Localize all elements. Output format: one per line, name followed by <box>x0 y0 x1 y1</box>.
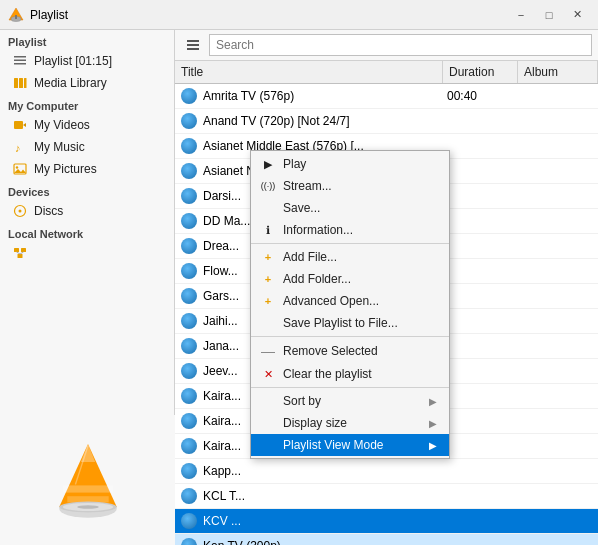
pictures-icon <box>12 161 28 177</box>
row-globe-icon <box>179 461 199 481</box>
ctx-clear-playlist[interactable]: ✕ Clear the playlist <box>251 363 449 385</box>
row-title: Amrita TV (576p) <box>199 89 443 103</box>
sidebar-my-videos-label: My Videos <box>34 118 90 132</box>
sidebar-item-playlist[interactable]: Playlist [01:15] <box>0 50 174 72</box>
app-icon <box>8 7 24 23</box>
ctx-save-playlist[interactable]: Save Playlist to File... <box>251 312 449 334</box>
svg-point-16 <box>19 210 22 213</box>
row-title: Kapp... <box>199 464 443 478</box>
sidebar-section-mycomputer: My Computer <box>0 94 174 114</box>
row-duration: 00:40 <box>443 89 518 103</box>
row-globe-icon <box>179 161 199 181</box>
maximize-button[interactable]: □ <box>536 5 562 25</box>
sidebar-item-discs[interactable]: Discs <box>0 200 174 222</box>
sidebar-item-media-library[interactable]: Media Library <box>0 72 174 94</box>
svg-text:♪: ♪ <box>15 142 21 154</box>
ctx-information[interactable]: ℹ Information... <box>251 219 449 241</box>
sidebar-playlist-label: Playlist [01:15] <box>34 54 112 68</box>
row-title: KCV ... <box>199 514 443 528</box>
context-menu: ▶ Play ((·)) Stream... Save... ℹ Informa… <box>250 150 450 459</box>
row-globe-icon <box>179 236 199 256</box>
svg-rect-4 <box>14 60 26 62</box>
sidebar-item-my-videos[interactable]: My Videos <box>0 114 174 136</box>
table-row[interactable]: KCV ... <box>175 509 598 534</box>
column-duration[interactable]: Duration <box>443 61 518 83</box>
submenu-arrow: ▶ <box>429 440 437 451</box>
ctx-stream[interactable]: ((·)) Stream... <box>251 175 449 197</box>
svg-rect-33 <box>187 48 199 50</box>
sidebar-discs-label: Discs <box>34 204 63 218</box>
sidebar-my-music-label: My Music <box>34 140 85 154</box>
sidebar-item-local-network[interactable] <box>0 242 174 264</box>
info-icon: ℹ <box>259 224 277 237</box>
svg-marker-14 <box>14 169 26 173</box>
row-globe-icon <box>179 336 199 356</box>
ctx-sort-by-label: Sort by <box>283 394 429 408</box>
list-icon <box>12 53 28 69</box>
svg-point-13 <box>16 166 18 168</box>
ctx-add-file[interactable]: + Add File... <box>251 246 449 268</box>
ctx-separator-3 <box>251 387 449 388</box>
sidebar-item-my-music[interactable]: ♪ My Music <box>0 136 174 158</box>
ctx-play[interactable]: ▶ Play <box>251 153 449 175</box>
svg-line-20 <box>17 252 21 254</box>
close-button[interactable]: ✕ <box>564 5 590 25</box>
ctx-info-label: Information... <box>283 223 437 237</box>
svg-rect-19 <box>18 254 23 258</box>
svg-rect-17 <box>14 248 19 252</box>
ctx-stream-label: Stream... <box>283 179 437 193</box>
sidebar-my-pictures-label: My Pictures <box>34 162 97 176</box>
ctx-advanced-open-label: Advanced Open... <box>283 294 437 308</box>
table-row[interactable]: KCL T... <box>175 484 598 509</box>
row-globe-icon <box>179 86 199 106</box>
row-globe-icon <box>179 436 199 456</box>
ctx-save-label: Save... <box>283 201 437 215</box>
svg-rect-5 <box>14 63 26 65</box>
add-folder-icon: + <box>259 273 277 285</box>
table-row[interactable]: Ken TV (300p) <box>175 534 598 545</box>
sidebar-item-my-pictures[interactable]: My Pictures <box>0 158 174 180</box>
ctx-display-size[interactable]: Display size ▶ <box>251 412 449 434</box>
svg-rect-9 <box>14 121 23 129</box>
ctx-playlist-view-mode[interactable]: Playlist View Mode ▶ <box>251 434 449 456</box>
sidebar-media-library-label: Media Library <box>34 76 107 90</box>
sidebar-section-playlist: Playlist <box>0 30 174 50</box>
stream-icon: ((·)) <box>259 181 277 191</box>
playlist-header: Title Duration Album <box>175 61 598 84</box>
row-globe-icon <box>179 386 199 406</box>
advanced-open-icon: + <box>259 295 277 307</box>
table-row[interactable]: Kapp... <box>175 459 598 484</box>
disc-icon <box>12 203 28 219</box>
ctx-sort-by[interactable]: Sort by ▶ <box>251 390 449 412</box>
ctx-remove-selected[interactable]: — Remove Selected <box>251 339 449 363</box>
vlc-cone-svg <box>43 435 133 525</box>
play-icon: ▶ <box>259 158 277 171</box>
ctx-save[interactable]: Save... <box>251 197 449 219</box>
svg-rect-7 <box>19 78 23 88</box>
sidebar-section-devices: Devices <box>0 180 174 200</box>
menu-button[interactable] <box>181 34 205 56</box>
ctx-add-folder[interactable]: + Add Folder... <box>251 268 449 290</box>
ctx-add-file-label: Add File... <box>283 250 437 264</box>
table-row[interactable]: Amrita TV (576p) 00:40 <box>175 84 598 109</box>
row-globe-icon <box>179 536 199 545</box>
submenu-arrow: ▶ <box>429 418 437 429</box>
row-globe-icon <box>179 311 199 331</box>
svg-rect-18 <box>21 248 26 252</box>
svg-rect-26 <box>67 496 108 502</box>
toolbar <box>175 30 598 61</box>
row-title: KCL T... <box>199 489 443 503</box>
clear-icon: ✕ <box>259 368 277 381</box>
row-globe-icon <box>179 111 199 131</box>
minimize-button[interactable]: − <box>508 5 534 25</box>
music-icon: ♪ <box>12 139 28 155</box>
svg-rect-32 <box>187 44 199 46</box>
search-input[interactable] <box>209 34 592 56</box>
row-globe-icon <box>179 511 199 531</box>
ctx-advanced-open[interactable]: + Advanced Open... <box>251 290 449 312</box>
row-globe-icon <box>179 286 199 306</box>
table-row[interactable]: Anand TV (720p) [Not 24/7] <box>175 109 598 134</box>
svg-rect-3 <box>14 56 26 58</box>
column-title[interactable]: Title <box>175 61 443 83</box>
column-album[interactable]: Album <box>518 61 598 83</box>
